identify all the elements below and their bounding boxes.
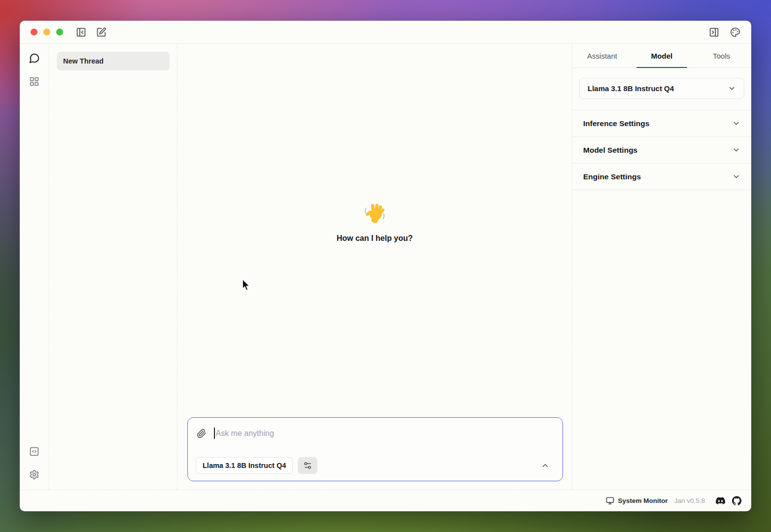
model-dropdown-value: Llama 3.1 8B Instruct Q4 [588,84,728,93]
chat-input-box[interactable]: Llama 3.1 8B Instruct Q4 [187,417,563,481]
titlebar [20,21,751,43]
app-window: New Thread [20,21,751,511]
new-thread-compose-icon[interactable] [96,27,106,37]
theme-palette-icon[interactable] [730,27,740,37]
settings-sections: Inference Settings Model Settings Engine… [572,110,751,190]
github-icon[interactable] [732,496,741,505]
traffic-lights [31,29,63,35]
waving-hand-icon [363,202,386,225]
thread-title: New Thread [63,57,104,65]
chevron-down-icon [732,119,740,128]
discord-icon[interactable] [716,496,725,505]
window-content: New Thread [20,43,751,490]
section-engine-settings[interactable]: Engine Settings [572,164,751,190]
close-window-button[interactable] [31,29,37,35]
tab-model[interactable]: Model [632,44,692,67]
hub-grid-icon[interactable] [29,76,39,87]
chevron-down-icon [732,172,740,181]
panel-left-collapse-icon[interactable] [76,27,86,37]
tab-tools[interactable]: Tools [692,44,751,67]
chat-greeting: How can I help you? [177,202,572,243]
panel-right-toggle-icon[interactable] [709,27,719,37]
zoom-window-button[interactable] [56,29,63,35]
settings-gear-icon[interactable] [29,469,39,480]
app-version-label: Jan v0.5.8 [674,497,705,504]
model-quick-settings-button[interactable] [298,457,317,474]
section-model-settings[interactable]: Model Settings [572,137,751,164]
message-input[interactable] [216,429,554,438]
thread-list: New Thread [49,44,177,490]
right-panel-tabs: Assistant Model Tools [572,44,751,68]
monitor-icon [606,497,614,505]
chevron-down-icon [728,84,736,93]
chat-threads-icon[interactable] [29,53,40,64]
greeting-text: How can I help you? [177,234,572,243]
minimize-window-button[interactable] [43,29,50,35]
system-monitor-button[interactable]: System Monitor [606,497,667,505]
right-settings-panel: Assistant Model Tools Llama 3.1 8B Instr… [572,44,751,490]
desktop-wallpaper: New Thread [0,0,771,532]
section-inference-settings[interactable]: Inference Settings [572,110,751,137]
model-dropdown[interactable]: Llama 3.1 8B Instruct Q4 [579,78,744,99]
chevron-down-icon [732,146,740,154]
chevron-up-icon[interactable] [541,461,550,470]
local-api-server-icon[interactable] [29,446,39,457]
tab-assistant[interactable]: Assistant [572,44,632,67]
sliders-icon [303,461,312,470]
thread-list-item[interactable]: New Thread [57,52,170,70]
attachment-paperclip-icon[interactable] [197,429,207,438]
model-selector-button[interactable]: Llama 3.1 8B Instruct Q4 [196,457,293,474]
text-caret [214,428,215,439]
left-icon-rail [20,44,49,490]
chat-main-area: How can I help you? Llama 3.1 8B Instruc… [177,44,572,490]
status-bar: System Monitor Jan v0.5.8 [20,490,751,511]
